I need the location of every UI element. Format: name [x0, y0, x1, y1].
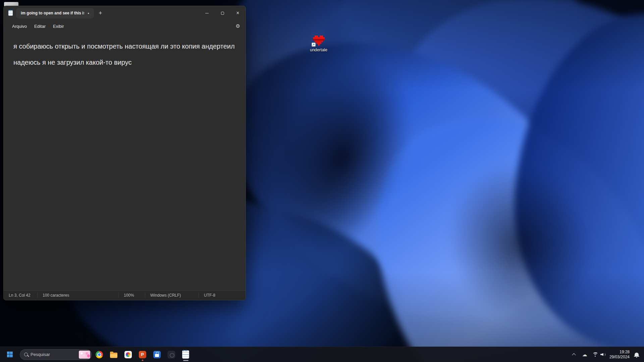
desktop-icon-undertale[interactable]: ↗ undertale: [305, 36, 333, 52]
taskbar-powerpoint[interactable]: P: [136, 348, 149, 361]
close-icon: ×: [236, 10, 239, 16]
settings-gear-icon[interactable]: ⚙: [236, 23, 240, 29]
microsoft-store-icon: [153, 351, 161, 358]
onedrive-cloud-icon: ☁: [582, 352, 587, 357]
tray-chevron[interactable]: [569, 348, 579, 361]
notepad-icon: [182, 351, 189, 358]
clock-date: 29/03/2024: [609, 355, 630, 360]
steam-icon: [168, 351, 175, 358]
taskbar-chrome[interactable]: [93, 348, 106, 361]
close-button[interactable]: ×: [230, 6, 246, 20]
notepad-statusbar: Ln 3, Col 42 100 caracteres 100% Windows…: [4, 290, 246, 300]
chrome-icon: [96, 351, 103, 358]
maximize-icon: [221, 12, 224, 15]
taskbar: P ☁ 19:28 29/03/2024: [0, 347, 644, 362]
bell-icon: [635, 353, 639, 356]
line-ending: Windows (CRLF): [145, 293, 199, 298]
tray-network-volume[interactable]: [590, 348, 607, 361]
taskbar-photos[interactable]: [121, 348, 135, 361]
photos-icon: [124, 351, 132, 358]
character-count: 100 caracteres: [38, 293, 118, 298]
search-icon: [24, 353, 28, 356]
undertale-heart-icon: ↗: [313, 36, 325, 46]
cursor-position: Ln 3, Col 42: [4, 293, 37, 298]
notepad-menubar: Arquivo Editar Exibir ⚙: [4, 20, 246, 32]
minimize-button[interactable]: [199, 6, 215, 20]
text-editor-area[interactable]: я собираюсь открыть и посмотреть настоящ…: [4, 32, 246, 290]
editor-line-2: [13, 50, 239, 58]
taskbar-search[interactable]: [20, 349, 92, 360]
taskbar-file-explorer[interactable]: [107, 348, 120, 361]
desktop-screen: ↗ undertale im going to open and see if …: [0, 0, 644, 362]
windows-start-icon: [7, 352, 13, 358]
encoding: UTF-8: [199, 293, 246, 298]
file-explorer-icon: [110, 353, 117, 358]
editor-line-3: надеюсь я не загрузил какой-то вирус: [13, 58, 239, 66]
tab-title: im going to open and see if this is: [21, 11, 84, 15]
volume-icon: [600, 353, 605, 357]
unsaved-indicator: ●: [88, 12, 89, 15]
taskbar-store[interactable]: [150, 348, 164, 361]
minimize-icon: [205, 13, 209, 13]
clock-time: 19:28: [620, 350, 630, 355]
new-tab-button[interactable]: +: [99, 10, 102, 16]
search-highlight-image[interactable]: [79, 351, 90, 359]
window-controls: ×: [199, 6, 246, 20]
editor-line-1: я собираюсь открыть и посмотреть настоящ…: [13, 42, 239, 50]
powerpoint-icon: P: [139, 351, 146, 358]
notepad-tab[interactable]: im going to open and see if this is ●: [16, 8, 94, 18]
wifi-icon: [592, 352, 598, 357]
notepad-titlebar[interactable]: im going to open and see if this is ● + …: [4, 6, 246, 20]
taskbar-clock[interactable]: 19:28 29/03/2024: [609, 350, 630, 360]
running-indicator: [142, 360, 143, 361]
zoom-level: 100%: [119, 293, 145, 298]
menu-editar[interactable]: Editar: [31, 22, 49, 31]
shortcut-arrow-badge: ↗: [312, 43, 316, 47]
active-app-indicator: [183, 360, 189, 361]
notification-bell-button[interactable]: [632, 348, 642, 361]
notepad-app-icon: [8, 10, 13, 16]
start-button[interactable]: [3, 348, 17, 361]
notepad-window: im going to open and see if this is ● + …: [3, 6, 246, 300]
menu-arquivo[interactable]: Arquivo: [8, 22, 31, 31]
taskbar-notepad[interactable]: [179, 348, 193, 361]
maximize-button[interactable]: [215, 6, 230, 20]
desktop-icon-label: undertale: [310, 48, 327, 52]
tray-onedrive[interactable]: ☁: [580, 348, 590, 361]
pixel-heart: [313, 36, 315, 37]
search-input[interactable]: [31, 352, 79, 357]
menu-exibir[interactable]: Exibir: [49, 22, 68, 31]
shortcut-arrow-glyph: ↗: [312, 43, 315, 46]
taskbar-steam[interactable]: [165, 348, 178, 361]
chevron-up-icon: [572, 353, 576, 357]
